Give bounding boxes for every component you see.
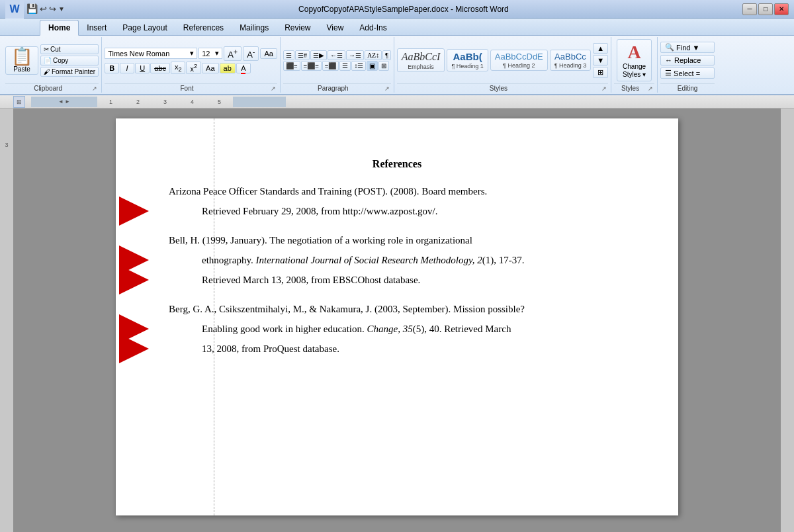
paragraph-group: ☰ ☰# ☰▶ ←☰ →☰ AZ↕ ¶ ⬛≡ ≡⬛≡ ≡⬛ ☰ ↕☰ ▣ ⊞ P… bbox=[281, 37, 394, 93]
style-heading3[interactable]: AaBbCc ¶ Heading 3 bbox=[550, 50, 591, 71]
style-emphasis-label: Emphasis bbox=[408, 64, 434, 70]
tab-mailings[interactable]: Mailings bbox=[232, 21, 277, 35]
show-formatting-button[interactable]: ¶ bbox=[382, 50, 391, 60]
font-label: Font bbox=[105, 85, 269, 92]
document-container: 3 References Arizona Peace Officer Stand… bbox=[0, 109, 794, 532]
clipboard-label: Clipboard bbox=[5, 85, 91, 92]
bullets-button[interactable]: ☰ bbox=[283, 50, 294, 60]
align-left-button[interactable]: ⬛≡ bbox=[283, 61, 300, 71]
ref-bell-cont1-rest: (1), 17-37. bbox=[482, 255, 525, 265]
format-painter-button[interactable]: 🖌 Format Painter bbox=[40, 67, 99, 77]
sort-button[interactable]: AZ↕ bbox=[365, 50, 382, 60]
styles-scroll-down[interactable]: ▼ bbox=[593, 55, 608, 66]
style-heading2[interactable]: AaBbCcDdE ¶ Heading 2 bbox=[490, 50, 548, 71]
style-emphasis-preview: AaBbCcI bbox=[402, 50, 441, 63]
change-styles-label: ChangeStyles ▾ bbox=[623, 63, 646, 79]
font-name-chevron: ▾ bbox=[190, 49, 194, 58]
borders-button[interactable]: ⊞ bbox=[378, 61, 389, 71]
clear-format-button[interactable]: Aa bbox=[260, 48, 277, 59]
tab-add-ins[interactable]: Add-Ins bbox=[351, 21, 394, 35]
shading-button[interactable]: ▣ bbox=[367, 61, 378, 71]
arrow-arizona bbox=[119, 197, 149, 226]
ref-bell-first: Bell, H. (1999, January). The negotiatio… bbox=[169, 232, 625, 248]
styles-group-expand[interactable]: ↗ bbox=[646, 85, 654, 92]
paste-button[interactable]: 📋 Paste bbox=[5, 46, 38, 75]
ref-berg-cont2: 13, 2008, from ProQuest database. bbox=[169, 341, 625, 357]
right-gutter bbox=[781, 109, 794, 532]
style-heading1-preview: AaBb( bbox=[453, 51, 482, 63]
tab-references[interactable]: References bbox=[175, 21, 232, 35]
align-right-button[interactable]: ≡⬛ bbox=[322, 61, 339, 71]
save-qat-btn[interactable]: 💾 bbox=[26, 3, 38, 15]
window-controls: ─ □ ✕ bbox=[742, 3, 789, 15]
copy-button[interactable]: 📄 Copy bbox=[40, 56, 99, 66]
clipboard-expand[interactable]: ↗ bbox=[91, 85, 99, 92]
superscript-button[interactable]: x2 bbox=[186, 62, 201, 74]
styles-label: Styles bbox=[397, 85, 600, 92]
paragraph-label: Paragraph bbox=[283, 85, 383, 92]
app-icon: W bbox=[5, 0, 24, 19]
font-shrink-button[interactable]: A- bbox=[243, 46, 259, 61]
select-button[interactable]: ☰ Select = bbox=[660, 67, 715, 79]
references-heading: References bbox=[169, 158, 625, 170]
tab-view[interactable]: View bbox=[319, 21, 352, 35]
ref-arizona-text: Arizona Peace Officer Standards and Trai… bbox=[169, 186, 487, 197]
find-button[interactable]: 🔍 Find ▼ bbox=[660, 42, 715, 53]
change-styles-button[interactable]: A ChangeStyles ▾ bbox=[617, 39, 652, 81]
ribbon-tabs: Home Insert Page Layout References Maili… bbox=[0, 19, 794, 36]
maximize-button[interactable]: □ bbox=[758, 3, 773, 15]
italic-button[interactable]: I bbox=[120, 63, 134, 73]
styles-scroll-up[interactable]: ▲ bbox=[593, 43, 608, 54]
tab-home[interactable]: Home bbox=[40, 20, 79, 36]
ref-bell-cont1: ethnography. International Journal of So… bbox=[169, 252, 625, 268]
align-center-button[interactable]: ≡⬛≡ bbox=[301, 61, 322, 71]
styles-expand[interactable]: ↗ bbox=[600, 85, 608, 92]
undo-qat-btn[interactable]: ↩ bbox=[40, 4, 47, 15]
close-button[interactable]: ✕ bbox=[774, 3, 789, 15]
redo-qat-btn[interactable]: ↪ bbox=[49, 4, 56, 15]
replace-button[interactable]: ↔ Replace bbox=[660, 55, 715, 66]
style-heading1[interactable]: AaBb( ¶ Heading 1 bbox=[447, 49, 488, 71]
ref-bell-cont2: Retrieved March 13, 2008, from EBSCOhost… bbox=[169, 272, 625, 288]
style-heading1-label: ¶ Heading 1 bbox=[451, 63, 483, 69]
tab-review[interactable]: Review bbox=[277, 21, 318, 35]
font-grow-button[interactable]: A+ bbox=[224, 46, 242, 61]
cut-button[interactable]: ✂ Cut bbox=[40, 44, 99, 54]
subscript-button[interactable]: x2 bbox=[171, 62, 186, 74]
increase-indent-button[interactable]: →☰ bbox=[346, 50, 364, 60]
font-name-dropdown[interactable]: Times New Roman ▾ bbox=[105, 48, 197, 59]
ref-berg-first: Berg, G. A., Csikszentmihalyi, M., & Nak… bbox=[169, 301, 625, 317]
ruler: ⊞ ◄ ► 1 2 3 4 5 bbox=[0, 95, 794, 109]
ref-arizona-first: Arizona Peace Officer Standards and Trai… bbox=[169, 183, 625, 199]
change-case-button[interactable]: Aa bbox=[202, 63, 218, 73]
font-expand[interactable]: ↗ bbox=[269, 85, 277, 92]
indent-guide-line bbox=[214, 118, 214, 515]
strikethrough-button[interactable]: abc bbox=[150, 63, 170, 73]
highlight-button[interactable]: ab bbox=[220, 63, 236, 73]
minimize-button[interactable]: ─ bbox=[742, 3, 757, 15]
clipboard-group: 📋 Paste ✂ Cut 📄 Copy 🖌 Format Painter Cl… bbox=[3, 37, 102, 93]
ref-berg-cont1-text: Enabling good work in higher education. bbox=[202, 324, 367, 334]
paragraph-expand[interactable]: ↗ bbox=[383, 85, 391, 92]
style-emphasis[interactable]: AaBbCcI Emphasis bbox=[397, 48, 445, 71]
title-bar: W 💾 ↩ ↪ ▼ CopyofCopyofAPAStyleSamplePape… bbox=[0, 0, 794, 19]
bold-button[interactable]: B bbox=[105, 63, 119, 73]
font-color-button[interactable]: A bbox=[236, 63, 251, 73]
tab-page-layout[interactable]: Page Layout bbox=[114, 21, 175, 35]
decrease-indent-button[interactable]: ←☰ bbox=[328, 50, 345, 60]
style-heading3-label: ¶ Heading 3 bbox=[554, 62, 586, 69]
underline-button[interactable]: U bbox=[135, 63, 150, 73]
numbered-list-button[interactable]: ☰# bbox=[295, 50, 310, 60]
document-page: References Arizona Peace Officer Standar… bbox=[116, 118, 678, 515]
multilevel-list-button[interactable]: ☰▶ bbox=[310, 50, 327, 60]
line-spacing-button[interactable]: ↕☰ bbox=[351, 61, 366, 71]
page-area[interactable]: References Arizona Peace Officer Standar… bbox=[13, 109, 781, 532]
qat-dropdown-btn[interactable]: ▼ bbox=[58, 5, 65, 13]
justify-button[interactable]: ☰ bbox=[339, 61, 351, 71]
style-heading3-preview: AaBbCc bbox=[554, 52, 586, 62]
styles-more[interactable]: ⊞ bbox=[593, 67, 608, 78]
font-size-dropdown[interactable]: 12 ▾ bbox=[198, 48, 222, 59]
editing-label: Editing bbox=[660, 85, 715, 92]
editing-group: 🔍 Find ▼ ↔ Replace ☰ Select = Editing bbox=[658, 37, 717, 93]
tab-insert[interactable]: Insert bbox=[79, 21, 114, 35]
